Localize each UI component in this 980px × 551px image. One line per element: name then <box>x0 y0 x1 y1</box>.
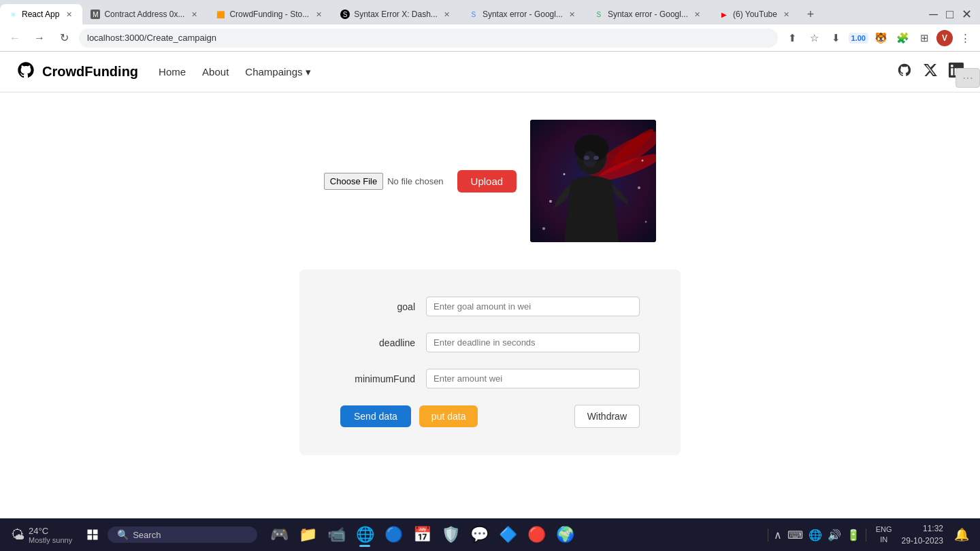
github-social-icon[interactable] <box>897 63 912 81</box>
svg-point-11 <box>564 173 566 176</box>
forward-button[interactable]: → <box>30 29 49 48</box>
tab-syntax-g1[interactable]: S Syntax error - Googl... ✕ <box>461 4 586 24</box>
tab-title-youtube: (6) YouTube <box>733 10 777 19</box>
taskbar-app-files[interactable]: 📁 <box>294 521 321 528</box>
taskbar-clock[interactable]: 11:32 29-10-2023 <box>902 522 949 528</box>
image-preview <box>530 120 656 242</box>
taskbar-app-another2[interactable]: 🌍 <box>551 521 578 528</box>
tab-close-syntax-g2[interactable]: ✕ <box>692 9 703 20</box>
tab-favicon-crowd: 🟧 <box>216 10 225 19</box>
svg-point-8 <box>593 156 599 160</box>
tab-youtube[interactable]: ▶ (6) YouTube ✕ <box>711 4 800 24</box>
windows-start-button[interactable] <box>80 522 105 528</box>
tab-favicon-contract: M <box>91 10 100 19</box>
profile-avatar[interactable]: V <box>936 30 953 46</box>
taskbar-notification-icon[interactable]: 🔔 <box>954 527 975 528</box>
main-content: Choose File No file chosen Upload <box>0 93 980 469</box>
share-icon[interactable]: ⬆ <box>783 29 802 48</box>
goal-label: goal <box>340 301 415 312</box>
bookmark-icon[interactable]: ☆ <box>805 29 824 48</box>
tab-favicon-syntax-x: S <box>340 10 350 19</box>
tab-close-react[interactable]: ✕ <box>63 9 74 20</box>
reload-button[interactable]: ↻ <box>54 29 74 48</box>
taskbar-app-vscode[interactable]: 🔷 <box>494 521 521 528</box>
layout-extension[interactable]: ⊞ <box>915 29 934 48</box>
nav-links: Home About Champaings ▾ <box>159 66 310 78</box>
tab-close-youtube[interactable]: ✕ <box>781 9 792 20</box>
toolbar-icons: ⬆ ☆ ⬇ 1.00 🐯 🧩 ⊞ V ⋮ <box>783 29 975 48</box>
svg-point-7 <box>584 156 589 160</box>
tab-bar: ⚛ React App ✕ M Contract Address 0x... ✕… <box>0 0 980 24</box>
taskbar-time: 11:32 <box>902 522 943 528</box>
tab-close-syntax-g1[interactable]: ✕ <box>567 9 578 20</box>
menu-icon[interactable]: ⋮ <box>956 29 975 48</box>
taskbar-app-mcafee[interactable]: 🛡️ <box>437 521 464 528</box>
address-input[interactable] <box>79 29 778 48</box>
tab-close-crowd[interactable]: ✕ <box>313 9 324 20</box>
tab-favicon-youtube: ▶ <box>719 10 729 19</box>
close-window-button[interactable]: ✕ <box>959 5 975 23</box>
taskbar: 🌤 24°C Mostly sunny 🔍 Search 🎮 📁 📹 🌐 🔵 📅… <box>0 518 980 528</box>
tab-close-syntax-x[interactable]: ✕ <box>442 9 453 20</box>
taskbar-app-chrome[interactable]: 🔵 <box>380 521 407 528</box>
twitter-x-social-icon[interactable] <box>923 63 938 81</box>
brand-logo[interactable]: CrowdFunding <box>16 61 138 83</box>
tab-title-contract: Contract Address 0x... <box>104 10 184 19</box>
svg-point-10 <box>638 186 640 189</box>
tab-controls: ─ □ ✕ <box>926 4 980 24</box>
send-data-button[interactable]: Send data <box>340 405 411 427</box>
minimize-button[interactable]: ─ <box>926 6 941 23</box>
image-placeholder <box>530 120 656 242</box>
nav-champaings[interactable]: Champaings ▾ <box>245 66 310 78</box>
page-content: CrowdFunding Home About Champaings ▾ <box>0 52 980 528</box>
social-icons <box>897 63 964 81</box>
tiger-extension[interactable]: 🐯 <box>871 29 890 48</box>
tab-crowdfunding[interactable]: 🟧 CrowdFunding - Sto... ✕ <box>208 4 332 24</box>
weather-icon: 🌤 <box>11 527 24 529</box>
taskbar-app-video[interactable]: 📹 <box>323 521 350 528</box>
put-data-button[interactable]: put data <box>419 405 478 427</box>
scroll-indicator: ⋯ <box>962 71 973 84</box>
upload-button[interactable]: Upload <box>457 170 517 193</box>
minimum-fund-label: minimumFund <box>340 373 415 384</box>
taskbar-search[interactable]: 🔍 Search <box>108 527 257 528</box>
deadline-input[interactable] <box>426 333 640 352</box>
svg-point-14 <box>642 160 644 162</box>
nav-about[interactable]: About <box>202 66 229 78</box>
taskbar-weather: 🌤 24°C Mostly sunny <box>5 526 78 529</box>
file-name-display: No file chosen <box>383 176 443 186</box>
form-section: goal deadline minimumFund Send data put … <box>299 269 681 455</box>
tab-title-crowd: CrowdFunding - Sto... <box>229 10 309 19</box>
deadline-label: deadline <box>340 337 415 348</box>
back-button[interactable]: ← <box>5 29 24 48</box>
taskbar-app-calendar[interactable]: 📅 <box>408 521 436 528</box>
chevron-down-icon: ▾ <box>306 66 311 78</box>
taskbar-app-whatsapp[interactable]: 💬 <box>466 521 493 528</box>
puzzle-extension[interactable]: 🧩 <box>893 29 912 48</box>
tab-close-contract[interactable]: ✕ <box>189 9 199 20</box>
nav-champaings-label: Champaings <box>245 66 302 78</box>
choose-file-button[interactable]: Choose File <box>324 173 383 190</box>
taskbar-app-game[interactable]: 🎮 <box>265 521 293 528</box>
svg-point-12 <box>645 221 647 223</box>
nav-home[interactable]: Home <box>159 66 186 78</box>
maximize-button[interactable]: □ <box>943 6 956 23</box>
new-tab-button[interactable]: + <box>800 4 821 24</box>
goal-input[interactable] <box>426 297 640 316</box>
taskbar-app-another1[interactable]: 🔴 <box>523 521 550 528</box>
tab-syntax-g2[interactable]: S Syntax error - Googl... ✕ <box>586 4 711 24</box>
tab-title-syntax-x: Syntax Error X: Dash... <box>354 10 438 19</box>
right-scroll-panel: ⋯ <box>956 68 980 88</box>
tab-contract-address[interactable]: M Contract Address 0x... ✕ <box>82 4 208 24</box>
download-icon[interactable]: ⬇ <box>827 29 846 48</box>
svg-point-9 <box>549 200 552 203</box>
tab-syntax-x[interactable]: S Syntax Error X: Dash... ✕ <box>332 4 461 24</box>
taskbar-app-edge[interactable]: 🌐 <box>351 521 378 528</box>
withdraw-button[interactable]: Withdraw <box>574 405 640 428</box>
tab-react-app[interactable]: ⚛ React App ✕ <box>0 4 82 24</box>
minimum-fund-input[interactable] <box>426 369 640 388</box>
weather-info: 24°C Mostly sunny <box>29 526 72 529</box>
navbar: CrowdFunding Home About Champaings ▾ <box>0 52 980 93</box>
form-buttons: Send data put data Withdraw <box>340 405 640 428</box>
tab-favicon-syntax-g2: S <box>594 10 604 19</box>
